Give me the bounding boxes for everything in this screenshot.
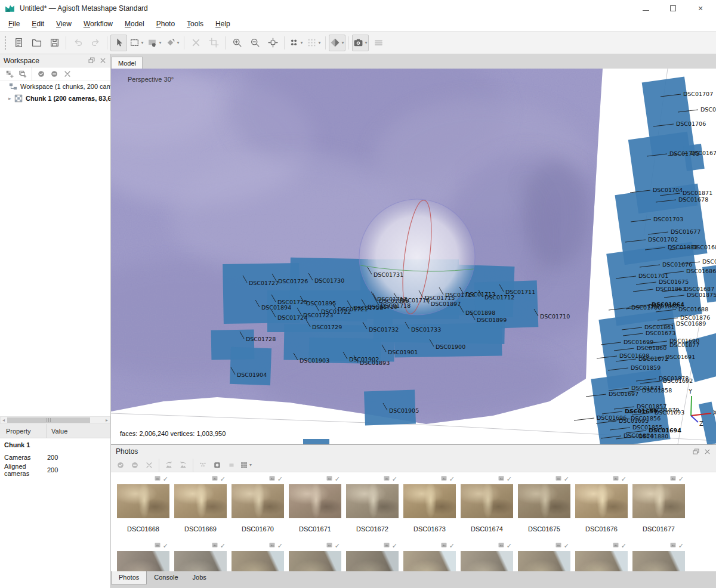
zoom-out-button[interactable] (246, 35, 263, 51)
maximize-button[interactable] (668, 4, 678, 13)
dropdown-caret-icon[interactable]: ▾ (141, 40, 143, 45)
photo-thumbnail[interactable]: ✓ (115, 541, 172, 571)
thumbnail-image[interactable] (174, 551, 227, 571)
dropdown-caret-icon[interactable]: ▾ (318, 40, 320, 45)
select-arrow-button[interactable] (110, 35, 127, 51)
model-viewport[interactable]: DSC01731DSC01727DSC01726DSC01730DSC01725… (111, 69, 716, 444)
thumbnail-image[interactable] (575, 484, 628, 518)
view-large-button[interactable] (211, 459, 224, 471)
photo-thumbnail[interactable]: ✓ (516, 541, 573, 571)
thumbnail-image[interactable] (461, 551, 513, 571)
layers-button[interactable] (370, 35, 387, 51)
save-button[interactable] (46, 35, 63, 51)
float-panel-icon[interactable] (692, 448, 700, 456)
photo-thumbnail[interactable]: ✓ (573, 541, 630, 571)
camera-footprint[interactable] (683, 144, 705, 171)
float-panel-icon[interactable] (88, 57, 95, 64)
new-document-button[interactable] (10, 35, 27, 51)
rotate-object-button[interactable]: ▾ (164, 35, 181, 51)
menu-edit[interactable]: Edit (26, 18, 50, 30)
remove-x-button[interactable] (143, 459, 156, 471)
photo-thumbnail[interactable]: ✓DSC01672 (344, 475, 401, 533)
thumbnail-image[interactable] (575, 551, 628, 571)
thumbnail-image[interactable] (461, 484, 513, 518)
thumbnail-image[interactable] (403, 551, 456, 571)
tab-console[interactable]: Console (147, 571, 185, 584)
shaded-model-button[interactable]: ▾ (329, 35, 345, 51)
tree-item[interactable]: ▸Chunk 1 (200 cameras, 83,607 p (0, 92, 110, 104)
dropdown-caret-icon[interactable]: ▾ (300, 40, 303, 45)
tab-jobs[interactable]: Jobs (186, 571, 214, 584)
photo-thumbnail[interactable]: ✓ (229, 541, 286, 571)
dropdown-caret-icon[interactable]: ▾ (341, 40, 344, 45)
dropdown-caret-icon[interactable]: ▾ (365, 40, 367, 45)
fit-view-button[interactable] (264, 35, 281, 51)
rect-selection-button[interactable]: ▾ (128, 35, 145, 51)
menu-help[interactable]: Help (209, 18, 236, 30)
expand-arrow-icon[interactable]: ▸ (8, 95, 14, 101)
photo-thumbnail[interactable]: ✓DSC01671 (286, 475, 344, 533)
menu-view[interactable]: View (50, 18, 78, 30)
photo-thumbnail[interactable]: ✓DSC01676 (573, 475, 630, 533)
photo-thumbnail[interactable]: ✓ (344, 541, 401, 571)
dropdown-caret-icon[interactable]: ▾ (159, 40, 161, 45)
thumbnail-image[interactable] (346, 484, 399, 518)
photo-thumbnail[interactable]: ✓DSC01668 (115, 475, 172, 533)
add-chunk-button[interactable] (4, 68, 16, 80)
disable-circle-button[interactable] (48, 68, 60, 80)
tab-model[interactable]: Model (112, 57, 143, 69)
pattern-button[interactable] (196, 459, 209, 471)
view-grid-button[interactable]: ▾ (239, 459, 252, 471)
photo-thumbnail[interactable]: ✓DSC01673 (401, 475, 458, 533)
photo-thumbnail[interactable]: ✓DSC01675 (516, 475, 573, 533)
thumbnail-image[interactable] (232, 484, 284, 518)
thumbnail-image[interactable] (289, 484, 341, 518)
view-medium-button[interactable] (225, 459, 238, 471)
add-photos-button[interactable] (17, 68, 29, 80)
thumbnail-image[interactable] (632, 551, 685, 571)
photo-thumbnail[interactable]: ✓DSC01677 (630, 475, 687, 533)
grid-dots-button[interactable]: ▾ (305, 35, 322, 51)
thumbnail-image[interactable] (117, 484, 169, 518)
dropdown-caret-icon[interactable]: ▾ (249, 462, 252, 468)
photo-thumbnail[interactable]: ✓ (458, 541, 516, 571)
photo-thumbnail[interactable]: ✓ (630, 541, 687, 571)
menu-file[interactable]: File (2, 18, 26, 30)
thumbnail-image[interactable] (518, 551, 570, 571)
photo-thumbnail[interactable]: ✓ (172, 541, 229, 571)
thumbnail-image[interactable] (232, 551, 284, 571)
redo-button[interactable] (87, 35, 104, 51)
rotate-ccw-button[interactable] (162, 459, 175, 471)
scroll-left-arrow[interactable]: ◂ (1, 417, 7, 423)
thumbnail-image[interactable] (632, 484, 685, 518)
open-folder-button[interactable] (28, 35, 45, 51)
dropdown-caret-icon[interactable]: ▾ (177, 40, 179, 45)
photo-thumbnail[interactable]: ✓ (401, 541, 458, 571)
thumbnail-image[interactable] (346, 551, 399, 571)
crop-button[interactable] (205, 35, 222, 51)
photo-thumbnail[interactable]: ✓DSC01670 (229, 475, 286, 533)
delete-button[interactable] (187, 35, 204, 51)
thumbnail-image[interactable] (117, 551, 169, 571)
photo-thumbnail[interactable]: ✓DSC01669 (172, 475, 229, 533)
menu-tools[interactable]: Tools (181, 18, 209, 30)
close-panel-icon[interactable] (99, 57, 107, 64)
move-object-button[interactable]: ▾ (146, 35, 163, 51)
remove-x-button[interactable] (61, 68, 73, 80)
camera-footprint[interactable] (230, 347, 271, 385)
menu-model[interactable]: Model (119, 18, 150, 30)
thumbnail-image[interactable] (174, 484, 227, 518)
close-panel-icon[interactable] (703, 448, 711, 456)
scrollbar-thumb[interactable] (7, 417, 90, 423)
thumbnail-image[interactable] (289, 551, 341, 571)
photo-thumbnail[interactable]: ✓ (286, 541, 344, 571)
capture-photo-button[interactable]: ▾ (352, 35, 369, 51)
tab-photos[interactable]: Photos (111, 571, 147, 584)
minimize-button[interactable] (641, 4, 650, 13)
point-cloud-button[interactable]: ▾ (288, 35, 304, 51)
enable-circle-button[interactable] (35, 68, 47, 80)
rotate-cw-button[interactable] (177, 459, 190, 471)
zoom-in-button[interactable] (229, 35, 245, 51)
menu-photo[interactable]: Photo (150, 18, 181, 30)
thumbnail-image[interactable] (518, 484, 570, 518)
